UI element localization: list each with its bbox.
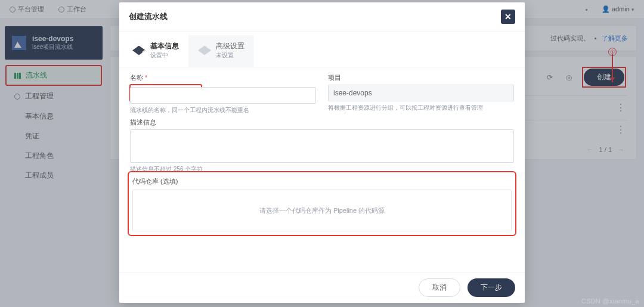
tab-title: 基本信息	[150, 41, 179, 51]
repo-placeholder: 请选择一个代码仓库作为 Pipeline 的代码源	[259, 206, 385, 215]
cancel-button[interactable]: 取消	[419, 278, 460, 297]
repo-label: 代码仓库 (选填)	[132, 177, 512, 186]
modal-overlay: 创建流水线 ✕ 基本信息 设置中 高级设置 未设置	[0, 0, 644, 307]
repo-section-highlight: 代码仓库 (选填) 请选择一个代码仓库作为 Pipeline 的代码源	[130, 173, 514, 234]
name-input-full[interactable]	[130, 87, 316, 104]
name-hint: 流水线的名称，同一个工程内流水线不能重名	[130, 106, 316, 114]
tab-subtitle: 设置中	[150, 51, 179, 60]
tab-basic-info[interactable]: 基本信息 设置中	[123, 35, 188, 67]
tab-advanced[interactable]: 高级设置 未设置	[188, 35, 254, 67]
repo-selector[interactable]: 请选择一个代码仓库作为 Pipeline 的代码源	[132, 190, 512, 231]
project-label: 项目	[328, 73, 514, 82]
modal-body: 名称 * 流水线的名称，同一个工程内流水线不能重名 项目 将根据工程资源进行分组…	[119, 67, 525, 272]
project-hint: 将根据工程资源进行分组，可以按工程对资源进行查看管理	[328, 104, 514, 112]
tab-subtitle: 未设置	[216, 51, 244, 60]
modal-tabs: 基本信息 设置中 高级设置 未设置	[119, 32, 525, 67]
close-icon[interactable]: ✕	[501, 10, 515, 24]
modal-header: 创建流水线 ✕	[119, 2, 525, 32]
name-label: 名称 *	[130, 73, 316, 82]
modal-title: 创建流水线	[129, 11, 168, 22]
layers-icon	[198, 46, 211, 55]
project-input	[328, 85, 514, 101]
next-button[interactable]: 下一步	[467, 278, 515, 297]
watermark: CSDN @xiaomu_a	[581, 297, 639, 305]
layers-icon	[132, 46, 145, 55]
tab-title: 高级设置	[216, 41, 244, 51]
desc-textarea[interactable]	[130, 129, 514, 163]
modal-footer: 取消 下一步	[119, 272, 525, 303]
desc-label: 描述信息	[130, 118, 514, 127]
desc-hint: 描述信息不超过 256 个字符	[130, 165, 514, 173]
create-pipeline-modal: 创建流水线 ✕ 基本信息 设置中 高级设置 未设置	[119, 2, 525, 303]
